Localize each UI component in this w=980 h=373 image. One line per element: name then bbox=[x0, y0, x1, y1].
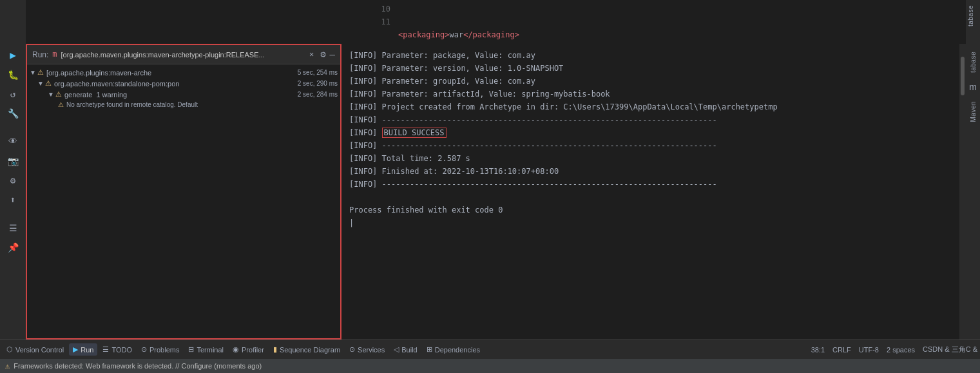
run-label: Run: bbox=[32, 50, 48, 59]
console-line-1: [INFO] Parameter: package, Value: com.ay bbox=[349, 49, 952, 62]
console-line-12 bbox=[349, 191, 952, 204]
status-warning-text[interactable]: Frameworks detected: Web framework is de… bbox=[14, 362, 262, 370]
console-line-10: [INFO] Finished at: 2022-10-13T16:10:07+… bbox=[349, 165, 952, 178]
tab-run[interactable]: ▶ Run bbox=[69, 343, 97, 356]
extra-status: CSDN & 三角C & bbox=[923, 345, 977, 354]
console-line-13: Process finished with exit code 0 bbox=[349, 204, 952, 216]
tree-item-2[interactable]: ▼ ⚠ generate 1 warning 2 sec, 284 ms bbox=[27, 89, 340, 100]
services-icon: ⊙ bbox=[349, 345, 355, 354]
console-cursor: | bbox=[349, 216, 952, 229]
console-line-7: [INFO] BUILD SUCCESS bbox=[349, 126, 952, 139]
xml-editor: <packaging>war</packaging> bbox=[393, 0, 966, 44]
console-output: [INFO] Parameter: package, Value: com.ay… bbox=[341, 44, 959, 340]
status-bar: ⚠ Frameworks detected: Web framework is … bbox=[0, 359, 980, 373]
tab-sequence-diagram[interactable]: ▮ Sequence Diagram bbox=[269, 343, 344, 356]
tree-item-0[interactable]: ▼ ⚠ [org.apache.plugins:maven-arche 5 se… bbox=[27, 67, 340, 78]
tree-item-1[interactable]: ▼ ⚠ org.apache.maven:standalone-pom:pon … bbox=[27, 78, 340, 89]
run-play-icon: ▶ bbox=[73, 345, 78, 354]
list-icon[interactable]: ☰ bbox=[4, 219, 22, 237]
rerun-icon[interactable]: ↺ bbox=[4, 85, 22, 103]
console-line-3: [INFO] Parameter: groupId, Value: com.ay bbox=[349, 75, 952, 88]
tab-dependencies[interactable]: ⊞ Dependencies bbox=[423, 343, 484, 356]
problems-icon: ⊙ bbox=[141, 345, 147, 354]
run-panel: Run: m [org.apache.maven.plugins:maven-a… bbox=[26, 44, 341, 340]
tree-item-3: ⚠ No archetype found in remote catalog. … bbox=[27, 100, 340, 110]
settings-icon[interactable]: ⚙ bbox=[4, 171, 22, 189]
camera-icon[interactable]: 📷 bbox=[4, 152, 22, 170]
console-line-4: [INFO] Parameter: artifactId, Value: spr… bbox=[349, 88, 952, 100]
tab-terminal[interactable]: ⊟ Terminal bbox=[184, 343, 227, 356]
tab-profiler[interactable]: ◉ Profiler bbox=[229, 343, 268, 356]
crlf-status: CRLF bbox=[832, 346, 851, 354]
spaces-status: 2 spaces bbox=[887, 346, 915, 354]
tab-version-control[interactable]: ⬡ Version Control bbox=[3, 343, 68, 356]
pin-icon[interactable]: 📌 bbox=[4, 238, 22, 256]
tab-todo[interactable]: ☰ TODO bbox=[99, 343, 136, 356]
debug-icon[interactable]: 🐛 bbox=[4, 66, 22, 84]
encoding-status: UTF-8 bbox=[859, 346, 879, 354]
database-tab[interactable]: tabase bbox=[966, 0, 980, 32]
terminal-icon: ⊟ bbox=[188, 345, 194, 354]
right-tab-database[interactable]: tabase bbox=[968, 46, 978, 78]
tab-services[interactable]: ⊙ Services bbox=[345, 343, 389, 356]
build-icon: ◁ bbox=[394, 345, 399, 354]
bottom-toolbar: ⬡ Version Control ▶ Run ☰ TODO ⊙ Problem… bbox=[0, 340, 980, 359]
run-panel-header: Run: m [org.apache.maven.plugins:maven-a… bbox=[27, 45, 340, 64]
console-line-8: [INFO] ---------------------------------… bbox=[349, 139, 952, 152]
export-icon[interactable]: ⬆ bbox=[4, 191, 22, 209]
tab-build[interactable]: ◁ Build bbox=[390, 343, 421, 356]
minimize-icon[interactable]: — bbox=[330, 50, 335, 60]
line-numbers: 10 11 bbox=[367, 0, 393, 44]
console-area: [INFO] Parameter: package, Value: com.ay… bbox=[341, 44, 966, 340]
console-line-5: [INFO] Project created from Archetype in… bbox=[349, 100, 952, 113]
console-scrollbar[interactable] bbox=[959, 44, 966, 340]
console-line-9: [INFO] Total time: 2.587 s bbox=[349, 152, 952, 165]
right-tab-m[interactable]: m bbox=[968, 79, 978, 95]
run-tab-icon: m bbox=[52, 50, 57, 59]
console-line-2: [INFO] Parameter: version, Value: 1.0-SN… bbox=[349, 62, 952, 75]
profiler-icon: ◉ bbox=[233, 345, 239, 354]
right-tab-maven[interactable]: Maven bbox=[968, 96, 978, 128]
run-tab-title[interactable]: [org.apache.maven.plugins:maven-archetyp… bbox=[61, 51, 305, 59]
line-col-status: 38:1 bbox=[811, 346, 825, 354]
eye-icon[interactable]: 👁 bbox=[4, 133, 22, 151]
sequence-icon: ▮ bbox=[273, 345, 277, 354]
left-sidebar: ▶ 🐛 ↺ 🔧 👁 📷 ⚙ ⬆ ☰ 📌 bbox=[0, 44, 26, 340]
run-tree: ▼ ⚠ [org.apache.plugins:maven-arche 5 se… bbox=[27, 64, 340, 338]
right-sidebar: tabase m Maven bbox=[966, 44, 980, 340]
version-control-icon: ⬡ bbox=[6, 345, 13, 354]
console-line-11: [INFO] ---------------------------------… bbox=[349, 178, 952, 191]
wrench-icon[interactable]: 🔧 bbox=[4, 104, 22, 122]
run-tab-close[interactable]: ✕ bbox=[309, 50, 314, 59]
tab-problems[interactable]: ⊙ Problems bbox=[137, 343, 183, 356]
todo-icon: ☰ bbox=[102, 345, 109, 354]
dependencies-icon: ⊞ bbox=[427, 345, 432, 354]
warning-icon: ⚠ bbox=[5, 361, 10, 371]
run-icon[interactable]: ▶ bbox=[4, 46, 22, 64]
settings-gear-icon[interactable]: ⚙ bbox=[320, 49, 325, 60]
console-line-6: [INFO] ---------------------------------… bbox=[349, 113, 952, 126]
